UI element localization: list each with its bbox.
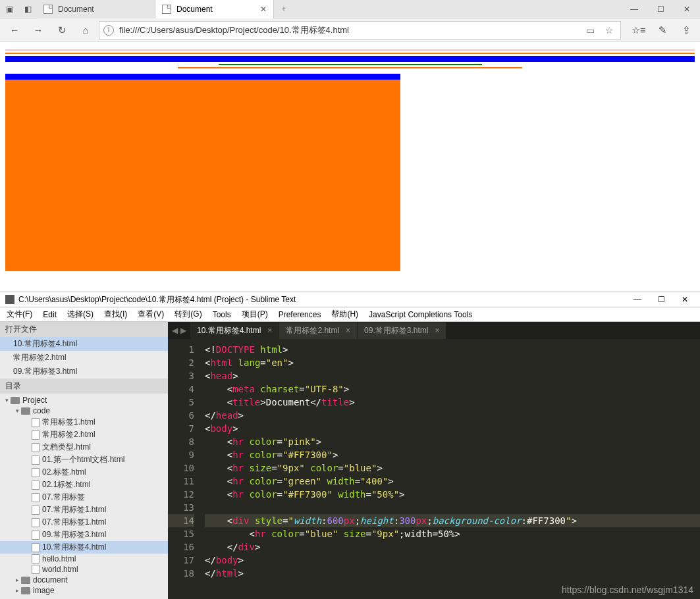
sublime-titlebar: C:\Users\asus\Desktop\Project\code\10.常用… xyxy=(0,292,700,307)
sublime-window: C:\Users\asus\Desktop\Project\code\10.常用… xyxy=(0,292,700,599)
tree-row[interactable]: ▾Project xyxy=(0,395,168,405)
tab-title: Document xyxy=(58,5,94,14)
hr-green xyxy=(219,64,482,65)
document-icon xyxy=(43,5,53,14)
document-icon xyxy=(162,5,171,14)
code-content[interactable]: <!DOCTYPE html><html lang="en"><head> <m… xyxy=(201,339,700,599)
hr-blue-inner xyxy=(5,74,400,80)
editor-tab[interactable]: 09.常用标签3.html× xyxy=(358,323,446,339)
close-icon[interactable]: ✕ xyxy=(260,5,267,14)
close-icon[interactable]: × xyxy=(267,326,272,335)
hr-orange-half xyxy=(178,67,523,68)
sublime-title-text: C:\Users\asus\Desktop\Project\code\10.常用… xyxy=(18,294,296,305)
address-bar: ← → ↻ ⌂ i file:///C:/Users/asus/Desktop/… xyxy=(0,18,700,42)
editor-tab[interactable]: 常用标签2.html× xyxy=(279,323,358,339)
tree-row[interactable]: world.html xyxy=(0,564,168,575)
dir-header: 目录 xyxy=(0,378,168,394)
tab-overview-icon[interactable]: ▣ xyxy=(0,0,18,18)
menu-item[interactable]: 查看(V) xyxy=(134,307,168,321)
open-file-item[interactable]: 10.常用标签4.html xyxy=(0,337,168,351)
sidebar-toggle-icon[interactable]: ◧ xyxy=(18,0,37,18)
tree-row[interactable]: 10.常用标签4.html xyxy=(0,541,168,554)
home-button[interactable]: ⌂ xyxy=(75,20,96,41)
close-icon[interactable]: × xyxy=(435,326,439,335)
close-icon[interactable]: × xyxy=(346,326,350,335)
forward-button[interactable]: → xyxy=(28,20,49,41)
url-box[interactable]: i file:///C:/Users/asus/Desktop/Project/… xyxy=(99,21,621,39)
maximize-button[interactable]: ☐ xyxy=(647,0,674,18)
reading-view-icon[interactable]: ▭ xyxy=(583,25,597,36)
tab-title: Document xyxy=(176,5,213,14)
notes-icon[interactable]: ✎ xyxy=(653,21,672,39)
new-tab-button[interactable]: ＋ xyxy=(274,3,294,14)
sublime-sidebar: 打开文件 10.常用标签4.html常用标签2.html09.常用标签3.htm… xyxy=(0,322,168,599)
menu-item[interactable]: 选择(S) xyxy=(63,307,97,321)
watermark: https://blog.csdn.net/wsgjm1314 xyxy=(562,585,693,595)
tab-nav-left[interactable]: ◀ xyxy=(172,326,178,335)
menu-item[interactable]: Preferences xyxy=(275,309,325,321)
tab-strip: ▣ ◧ Document Document ✕ ＋ ― ☐ ✕ xyxy=(0,0,700,18)
tree-row[interactable]: hello.html xyxy=(0,554,168,564)
menu-item[interactable]: 转到(G) xyxy=(171,307,205,321)
menu-item[interactable]: 文件(F) xyxy=(3,307,36,321)
minimize-button[interactable]: ― xyxy=(621,0,647,18)
site-info-icon[interactable]: i xyxy=(103,25,114,36)
tree-row[interactable]: 常用标签2.html xyxy=(0,429,168,441)
tree-row[interactable]: 02.标签.html xyxy=(0,466,168,479)
open-file-item[interactable]: 常用标签2.html xyxy=(0,351,168,365)
orange-box xyxy=(5,74,400,271)
tree-row[interactable]: ▸document xyxy=(0,575,168,585)
tree-row[interactable]: 07.常用标签 xyxy=(0,491,168,504)
tree-row[interactable]: 常用标签1.html xyxy=(0,416,168,429)
tree-row[interactable]: 07.常用标签1.html xyxy=(0,504,168,516)
url-text: file:///C:/Users/asus/Desktop/Project/co… xyxy=(119,24,578,36)
hr-pink xyxy=(5,49,695,51)
menu-item[interactable]: 项目(P) xyxy=(238,307,272,321)
favorites-list-icon[interactable]: ☆≡ xyxy=(629,21,649,39)
share-icon[interactable]: ⇪ xyxy=(676,21,696,39)
sublime-menubar: 文件(F)Edit选择(S)查找(I)查看(V)转到(G)Tools项目(P)P… xyxy=(0,307,700,322)
sublime-maximize[interactable]: ☐ xyxy=(651,295,671,304)
sublime-minimize[interactable]: ― xyxy=(628,295,647,304)
hr-blue xyxy=(5,56,695,62)
menu-item[interactable]: 查找(I) xyxy=(100,307,131,321)
sublime-close[interactable]: ✕ xyxy=(675,295,695,304)
tab-nav-right[interactable]: ▶ xyxy=(180,326,186,335)
menu-item[interactable]: Tools xyxy=(209,309,235,321)
refresh-button[interactable]: ↻ xyxy=(51,20,72,41)
browser-tab-0[interactable]: Document xyxy=(37,0,155,18)
tree-row[interactable]: 文档类型.html xyxy=(0,441,168,454)
tree-row[interactable]: 01.第一个html文档.html xyxy=(0,454,168,466)
editor-area: ◀ ▶ 10.常用标签4.html×常用标签2.html×09.常用标签3.ht… xyxy=(168,322,700,599)
sublime-icon xyxy=(5,295,14,304)
open-files-header: 打开文件 xyxy=(0,322,168,337)
gutter: 123456789101112131415161718 xyxy=(168,339,201,599)
window-controls: ― ☐ ✕ xyxy=(621,0,700,18)
back-button[interactable]: ← xyxy=(4,20,25,41)
favorite-icon[interactable]: ☆ xyxy=(603,25,616,36)
tree-row[interactable]: 07.常用标签1.html xyxy=(0,516,168,529)
editor-tab[interactable]: 10.常用标签4.html× xyxy=(190,323,279,339)
tree-row[interactable]: ▸image xyxy=(0,585,168,596)
page-content xyxy=(0,42,700,292)
tree-row[interactable]: 09.常用标签3.html xyxy=(0,529,168,541)
browser-tab-1[interactable]: Document ✕ xyxy=(155,0,274,18)
tree-row[interactable]: 02.1标签.html xyxy=(0,479,168,491)
menu-item[interactable]: Edit xyxy=(39,309,61,321)
tree-row[interactable]: ▾code xyxy=(0,405,168,416)
menu-item[interactable]: 帮助(H) xyxy=(327,307,362,321)
close-button[interactable]: ✕ xyxy=(674,0,700,18)
browser-chrome: ▣ ◧ Document Document ✕ ＋ ― ☐ ✕ ← → ↻ ⌂ … xyxy=(0,0,700,42)
hr-orange xyxy=(5,53,695,54)
menu-item[interactable]: JavaScript Completions Tools xyxy=(365,309,476,321)
open-file-item[interactable]: 09.常用标签3.html xyxy=(0,365,168,378)
